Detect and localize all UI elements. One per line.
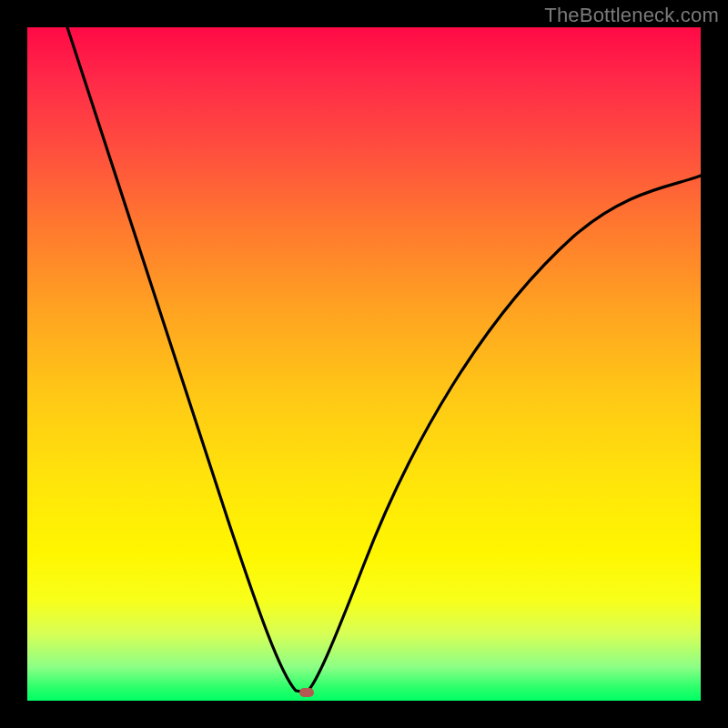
chart-curve-svg: [27, 27, 701, 701]
watermark-text: TheBottleneck.com: [544, 4, 719, 27]
bottleneck-curve: [67, 27, 701, 693]
chart-frame: TheBottleneck.com: [0, 0, 728, 728]
optimal-point-marker: [299, 688, 314, 697]
chart-plot-area: [27, 27, 701, 701]
